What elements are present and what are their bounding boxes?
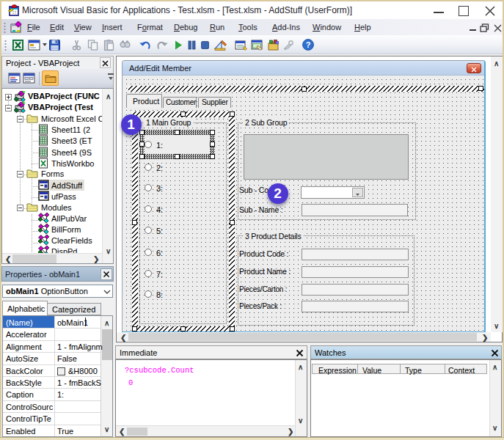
svg-text:?: ?: [306, 40, 311, 49]
